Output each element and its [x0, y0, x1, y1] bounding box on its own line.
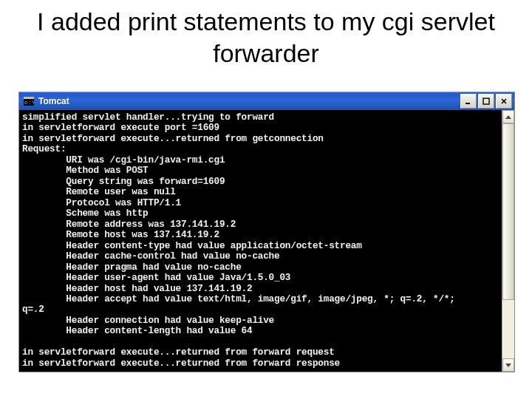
close-button[interactable]: [496, 94, 512, 109]
terminal-window: c:\ Tomcat simplified servlet handler...…: [18, 92, 515, 372]
svg-rect-3: [466, 103, 470, 104]
slide-title: I added print statements to my cgi servl…: [0, 0, 532, 69]
cmd-icon: c:\: [24, 97, 34, 106]
window-title: Tomcat: [38, 96, 460, 106]
scroll-thumb[interactable]: [502, 123, 514, 300]
svg-text:c:\: c:\: [24, 99, 34, 106]
arrow-down-icon: [505, 364, 511, 367]
maximize-button[interactable]: [478, 94, 494, 109]
arrow-up-icon: [505, 115, 511, 119]
minimize-button[interactable]: [460, 94, 477, 109]
window-controls: [460, 94, 512, 109]
scroll-down-button[interactable]: [502, 358, 514, 372]
scroll-up-button[interactable]: [502, 110, 514, 123]
console-output: simplified servlet handler...trying to f…: [19, 110, 502, 372]
scroll-track[interactable]: [502, 123, 514, 358]
svg-rect-4: [483, 98, 489, 104]
titlebar[interactable]: c:\ Tomcat: [19, 92, 514, 110]
scrollbar[interactable]: [502, 110, 514, 372]
